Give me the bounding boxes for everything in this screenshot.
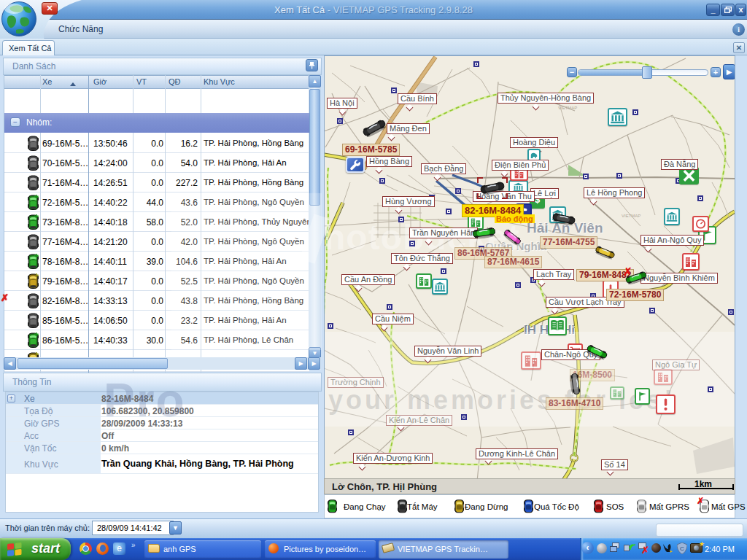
- svg-text:C: C: [680, 545, 684, 552]
